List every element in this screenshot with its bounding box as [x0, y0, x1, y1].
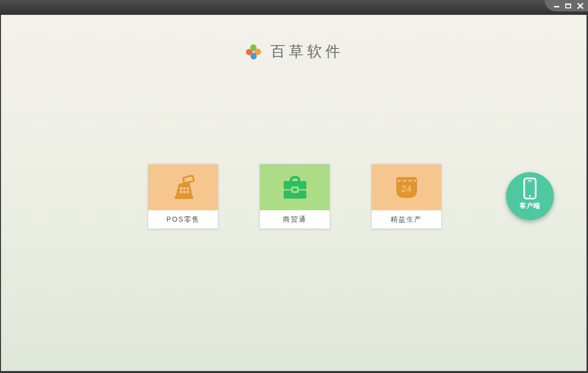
card-trade[interactable]: 商贸通 — [259, 164, 330, 229]
card-pos-retail-tile — [148, 164, 218, 210]
close-icon — [577, 3, 584, 9]
brand-header: 百草软件 — [1, 42, 587, 62]
close-button[interactable] — [577, 2, 584, 9]
product-cards-row: POS零售 商贸通 — [148, 164, 442, 229]
app-window: 百草软件 — [0, 0, 588, 373]
calendar-icon: 24 — [393, 174, 420, 201]
card-pos-retail[interactable]: POS零售 — [148, 164, 218, 229]
title-bar — [0, 0, 588, 15]
main-content: 百草软件 — [1, 15, 587, 371]
card-lean-production-tile: 24 — [372, 164, 441, 210]
smartphone-icon — [522, 177, 538, 200]
card-pos-retail-label: POS零售 — [148, 210, 218, 229]
client-button[interactable]: 客户端 — [506, 172, 554, 220]
pinwheel-logo-icon — [244, 43, 263, 61]
maximize-button[interactable] — [565, 2, 572, 9]
calendar-day-number: 24 — [401, 184, 412, 193]
client-button-label: 客户端 — [520, 201, 541, 210]
minimize-button[interactable] — [553, 2, 560, 9]
card-trade-tile — [260, 164, 330, 210]
window-controls — [545, 0, 588, 11]
card-lean-production[interactable]: 24 精益生产 — [371, 164, 442, 229]
briefcase-icon — [281, 174, 309, 201]
card-trade-label: 商贸通 — [260, 210, 330, 229]
minimize-icon — [554, 6, 559, 7]
maximize-icon — [565, 3, 571, 8]
cash-register-icon — [169, 174, 197, 201]
brand-name: 百草软件 — [271, 42, 344, 62]
card-lean-production-label: 精益生产 — [372, 210, 441, 229]
